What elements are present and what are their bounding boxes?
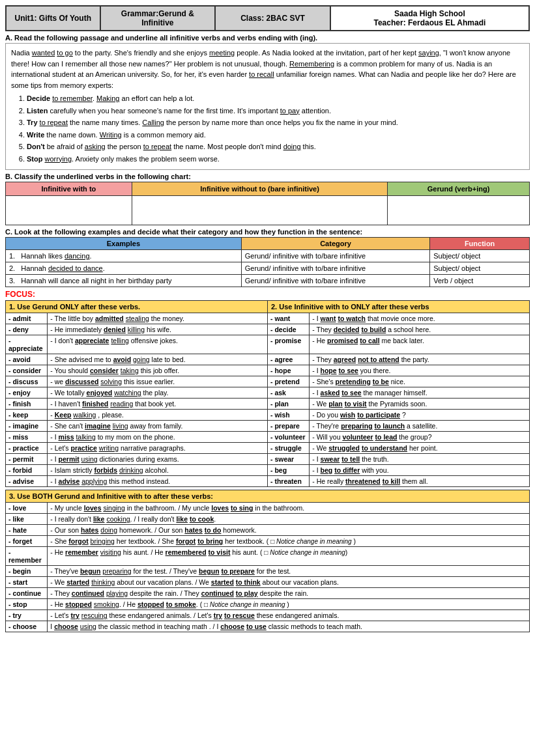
focus-row-13: - permit - I permit using dictionaries d… xyxy=(6,454,530,465)
example-3-text: 3. Hannah will dance all night in her bi… xyxy=(6,275,242,287)
gerund-title: 1. Use Gerund ONLY after these verbs. xyxy=(6,301,268,313)
both-verb-like: - like xyxy=(6,514,48,525)
gerund-infinitive-table: 1. Use Gerund ONLY after these verbs. 2.… xyxy=(5,300,530,487)
classification-chart: Infinitive with to Infinitive without to… xyxy=(5,182,530,225)
focus-row-10: - imagine - She can't imagine living awa… xyxy=(6,421,530,432)
i-ex-3: - He promised to call me back later. xyxy=(310,335,530,354)
i-verb-9: - wish xyxy=(267,410,309,421)
example-3-function: Verb / object xyxy=(430,275,530,287)
tip-5: Don't be afraid of asking the person to … xyxy=(27,141,524,152)
chart-header-1: Infinitive with to xyxy=(6,182,132,196)
tip-6: Stop worrying. Anxiety only makes the pr… xyxy=(27,154,524,165)
both-verb-love: - love xyxy=(6,503,48,514)
g-verb-12: - practice xyxy=(6,443,48,454)
example-3-category: Gerund/ infinitive with to/bare infiniti… xyxy=(241,275,429,287)
both-ex-like: - I really don't like cooking. / I reall… xyxy=(48,514,530,525)
both-row-forget: - forget - She forgot bringing her textb… xyxy=(6,536,530,547)
example-row-1: 1. Hannah likes dancing. Gerund/ infinit… xyxy=(6,250,530,262)
g-verb-11: - miss xyxy=(6,432,48,443)
g-verb-4: - avoid xyxy=(6,354,48,365)
i-ex-9: - Do you wish to participate ? xyxy=(310,410,530,421)
g-verb-15: - advise xyxy=(6,476,48,487)
both-verb-start: - start xyxy=(6,577,48,588)
both-row-start: - start - We started thinking about our … xyxy=(6,577,530,588)
g-ex-8: - I haven't finished reading that book y… xyxy=(48,399,268,410)
chart-cell-3 xyxy=(388,196,530,225)
i-verb-14: - beg xyxy=(267,465,309,476)
i-ex-6: - She's pretending to be nice. xyxy=(310,376,530,387)
example-row-2: 2. Hannah decided to dance. Gerund/ infi… xyxy=(6,262,530,275)
section-c-label: C. Look at the following examples and de… xyxy=(5,228,530,236)
passage-text: Nadia wanted to go to the party. She's f… xyxy=(11,48,524,91)
both-ex-try: - Let's try rescuing these endangered an… xyxy=(48,610,530,621)
focus-row-2: - deny - He immediately denied killing h… xyxy=(6,324,530,335)
both-ex-hate: - Our son hates doing homework. / Our so… xyxy=(48,525,530,536)
i-verb-6: - pretend xyxy=(267,376,309,387)
both-verb-continue: - continue xyxy=(6,588,48,599)
section-b: B. Classify the underlined verbs in the … xyxy=(5,173,530,225)
tips-list: Decide to remember. Making an effort can… xyxy=(27,93,524,164)
g-verb-5: - consider xyxy=(6,365,48,376)
focus-row-15: - advise - I advise applying this method… xyxy=(6,476,530,487)
infinitive-title: 2. Use Infinitive with to ONLY after the… xyxy=(267,301,529,313)
i-verb-8: - plan xyxy=(267,399,309,410)
focus-row-12: - practice - Let's practice writing narr… xyxy=(6,443,530,454)
both-verb-forget: - forget xyxy=(6,536,48,547)
both-ex-choose: I choose using the classic method in tea… xyxy=(48,621,530,632)
i-ex-12: - We struggled to understand her point. xyxy=(310,443,530,454)
i-ex-8: - We plan to visit the Pyramids soon. xyxy=(310,399,530,410)
g-verb-6: - discuss xyxy=(6,376,48,387)
both-verb-try: - try xyxy=(6,610,48,621)
i-verb-11: - volunteer xyxy=(267,432,309,443)
focus-row-9: - keep - Keep walking , please. - wish -… xyxy=(6,410,530,421)
both-table: 3. Use BOTH Gerund and Infinitive with t… xyxy=(5,490,530,632)
examples-table: Examples Category Function 1. Hannah lik… xyxy=(5,237,530,287)
examples-header-category: Category xyxy=(241,238,429,250)
i-verb-5: - hope xyxy=(267,365,309,376)
chart-cell-2 xyxy=(132,196,387,225)
both-row-choose: - choose I choose using the classic meth… xyxy=(6,621,530,632)
i-verb-7: - ask xyxy=(267,387,309,399)
both-row-begin: - begin - They've begun preparing for th… xyxy=(6,566,530,577)
focus-row-8: - finish - I haven't finished reading th… xyxy=(6,399,530,410)
g-ex-13: - I permit using dictionaries during exa… xyxy=(48,454,268,465)
focus-row-11: - miss - I miss talking to my mom on the… xyxy=(6,432,530,443)
i-ex-1: - I want to watch that movie once more. xyxy=(310,313,530,324)
example-2-text: 2. Hannah decided to dance. xyxy=(6,262,242,275)
both-row-try: - try - Let's try rescuing these endange… xyxy=(6,610,530,621)
focus-row-7: - enjoy - We totally enjoyed watching th… xyxy=(6,387,530,399)
examples-header-function: Function xyxy=(430,238,530,250)
i-ex-2: - They decided to build a school here. xyxy=(310,324,530,335)
section-c: C. Look at the following examples and de… xyxy=(5,228,530,287)
i-ex-11: - Will you volunteer to lead the group? xyxy=(310,432,530,443)
focus-row-3: - appreciate - I don't appreciate tellin… xyxy=(6,335,530,354)
tip-3: Try to repeat the name many times. Calli… xyxy=(27,117,524,128)
header-grammar: Grammar:Gerund & Infinitive xyxy=(100,6,216,31)
both-ex-begin: - They've begun preparing for the test. … xyxy=(48,566,530,577)
i-ex-15: - He really threatened to kill them all. xyxy=(310,476,530,487)
focus-row-5: - consider - You should consider taking … xyxy=(6,365,530,376)
both-row-continue: - continue - They continued playing desp… xyxy=(6,588,530,599)
g-verb-13: - permit xyxy=(6,454,48,465)
g-ex-6: - we discussed solving this issue earlie… xyxy=(48,376,268,387)
both-row-love: - love - My uncle loves singing in the b… xyxy=(6,503,530,514)
example-1-category: Gerund/ infinitive with to/bare infiniti… xyxy=(241,250,429,262)
section-a-label: A. Read the following passage and underl… xyxy=(5,34,530,42)
i-ex-4: - They agreed not to attend the party. xyxy=(310,354,530,365)
i-ex-13: - I swear to tell the truth. xyxy=(310,454,530,465)
both-ex-stop: - He stopped smoking. / He stopped to sm… xyxy=(48,599,530,610)
i-ex-5: - I hope to see you there. xyxy=(310,365,530,376)
example-2-function: Subject/ object xyxy=(430,262,530,275)
focus-row-1: - admit - The little boy admitted steali… xyxy=(6,313,530,324)
header-class: Class: 2BAC SVT xyxy=(215,6,330,31)
i-verb-3: - promise xyxy=(267,335,309,354)
g-ex-15: - I advise applying this method instead. xyxy=(48,476,268,487)
both-verb-hate: - hate xyxy=(6,525,48,536)
g-ex-12: - Let's practice writing narrative parag… xyxy=(48,443,268,454)
i-verb-1: - want xyxy=(267,313,309,324)
tip-4: Write the name down. Writing is a common… xyxy=(27,130,524,141)
focus-row-4: - avoid - She advised me to avoid going … xyxy=(6,354,530,365)
g-verb-8: - finish xyxy=(6,399,48,410)
g-ex-3: - I don't appreciate telling offensive j… xyxy=(48,335,268,354)
g-verb-1: - admit xyxy=(6,313,48,324)
